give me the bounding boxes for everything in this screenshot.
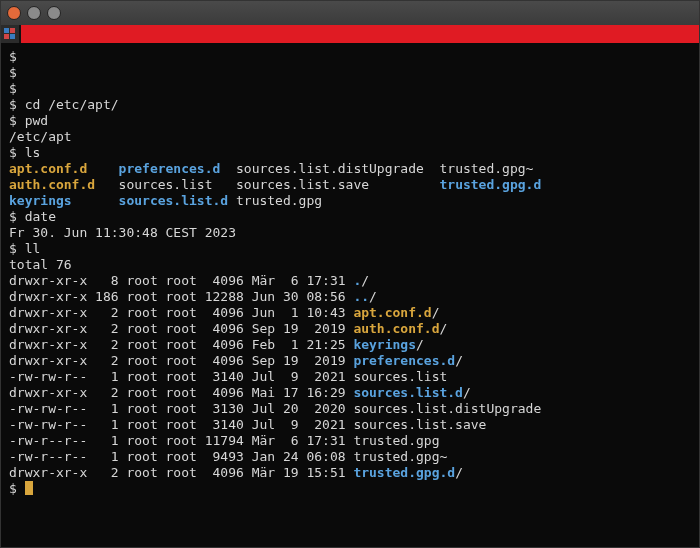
window-titlebar[interactable] <box>1 1 699 25</box>
terminal-line: apt.conf.d preferences.d sources.list.di… <box>9 161 691 177</box>
terminal-line: $ ls <box>9 145 691 161</box>
svg-rect-0 <box>4 28 9 33</box>
terminal-line: $ <box>9 49 691 65</box>
tab-separator <box>19 25 21 43</box>
terminal-line: $ <box>9 81 691 97</box>
tab-bar[interactable] <box>1 25 699 43</box>
terminal-line: -rw-rw-r-- 1 root root 3140 Jul 9 2021 s… <box>9 417 691 433</box>
terminal-line: drwxr-xr-x 2 root root 4096 Mai 17 16:29… <box>9 385 691 401</box>
terminal-line: -rw-r--r-- 1 root root 11794 Mär 6 17:31… <box>9 433 691 449</box>
close-icon[interactable] <box>7 6 21 20</box>
terminal-line: drwxr-xr-x 2 root root 4096 Sep 19 2019 … <box>9 353 691 369</box>
terminal-line: $ <box>9 481 691 497</box>
terminal-line: Fr 30. Jun 11:30:48 CEST 2023 <box>9 225 691 241</box>
terminal-line: $ <box>9 65 691 81</box>
terminal-body[interactable]: $$$$ cd /etc/apt/$ pwd/etc/apt$ lsapt.co… <box>1 43 699 547</box>
terminal-line: drwxr-xr-x 8 root root 4096 Mär 6 17:31 … <box>9 273 691 289</box>
svg-rect-2 <box>4 34 9 39</box>
minimize-icon[interactable] <box>27 6 41 20</box>
terminal-line: -rw-r--r-- 1 root root 9493 Jan 24 06:08… <box>9 449 691 465</box>
terminal-line: total 76 <box>9 257 691 273</box>
terminal-line: drwxr-xr-x 2 root root 4096 Jun 1 10:43 … <box>9 305 691 321</box>
terminal-line: $ date <box>9 209 691 225</box>
terminal-line: $ pwd <box>9 113 691 129</box>
terminal-line: drwxr-xr-x 186 root root 12288 Jun 30 08… <box>9 289 691 305</box>
maximize-icon[interactable] <box>47 6 61 20</box>
terminal-line: -rw-rw-r-- 1 root root 3140 Jul 9 2021 s… <box>9 369 691 385</box>
cursor <box>25 481 33 495</box>
terminal-line: -rw-rw-r-- 1 root root 3130 Jul 20 2020 … <box>9 401 691 417</box>
svg-rect-1 <box>10 28 15 33</box>
terminal-line: /etc/apt <box>9 129 691 145</box>
terminal-line: drwxr-xr-x 2 root root 4096 Feb 1 21:25 … <box>9 337 691 353</box>
app-icon[interactable] <box>1 25 19 43</box>
terminal-line: $ cd /etc/apt/ <box>9 97 691 113</box>
terminal-line: drwxr-xr-x 2 root root 4096 Mär 19 15:51… <box>9 465 691 481</box>
terminal-line: keyrings sources.list.d trusted.gpg <box>9 193 691 209</box>
terminal-window: $$$$ cd /etc/apt/$ pwd/etc/apt$ lsapt.co… <box>0 0 700 548</box>
terminal-line: $ ll <box>9 241 691 257</box>
svg-rect-3 <box>10 34 15 39</box>
terminal-line: auth.conf.d sources.list sources.list.sa… <box>9 177 691 193</box>
terminal-line: drwxr-xr-x 2 root root 4096 Sep 19 2019 … <box>9 321 691 337</box>
